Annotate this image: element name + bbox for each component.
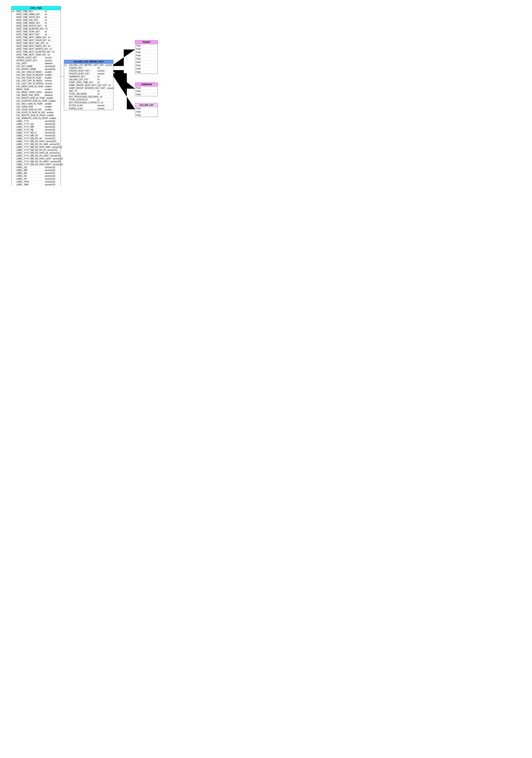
pk-indicator xyxy=(12,98,16,98)
placeholder-field: Field xyxy=(135,54,158,57)
field-name: NOT_PROCESSED_CONTACTS xyxy=(68,101,100,104)
pk-indicator: PK xyxy=(64,64,68,66)
pk-indicator xyxy=(12,34,16,35)
field-name: CAL_DATE xyxy=(16,62,44,65)
field-name: CAL_YEAR_NUM xyxy=(16,105,44,108)
table-row: LABEL_YYYY_MM_DD_HHvarchar(32) xyxy=(12,137,61,140)
table-row: DATE_TIME_NEXT_30MIN_KEYint xyxy=(12,36,61,39)
pk-indicator xyxy=(12,107,16,107)
field-type: int xyxy=(97,78,113,81)
pk-indicator xyxy=(12,130,16,130)
placeholder-field: Field xyxy=(135,114,158,117)
field-name: START_DATE_TIME_KEY xyxy=(68,81,97,84)
table-date-time: DATE_TIME PKDATE_TIME_KEYintDATE_TIME_30… xyxy=(11,6,61,186)
field-name: CAL_WEEK_NUM_IN_YEAR xyxy=(16,85,44,88)
field-name: DATE_TIME_DAY_KEY xyxy=(16,19,44,21)
pk-indicator xyxy=(12,17,16,17)
field-type: varchar(32) xyxy=(51,146,67,149)
pk-indicator xyxy=(12,92,16,92)
field-type: int xyxy=(44,30,61,33)
field-name: DATE_TIME_NEXT_30MIN_KEY xyxy=(16,36,48,39)
table-row: UPDATE_AUDIT_KEYnumeric xyxy=(64,72,113,75)
field-name: CAL_WEEK_START_DATE xyxy=(16,91,44,94)
field-name: LABEL_HH xyxy=(16,178,44,180)
field-type: smallint xyxy=(44,85,61,88)
field-name: DATE_TIME_KEY xyxy=(16,10,44,13)
field-name: DATE_TIME_YEAR_KEY xyxy=(16,30,44,33)
table-row: CAL_WEEK_NUM_IN_YEARsmallint xyxy=(12,85,61,88)
field-name: LABEL_30MI xyxy=(16,183,44,186)
pk-indicator xyxy=(64,91,68,91)
field-name: LABEL_YYYY_MM_DD_HH_MI xyxy=(16,149,46,151)
field-name: CREATE_AUDIT_KEY xyxy=(16,56,44,59)
field-type: varchar(32) xyxy=(45,140,62,143)
table-calling-list-header: CALLING LIST xyxy=(135,103,158,107)
table-row: LABEL_YYYYvarchar(32) xyxy=(12,120,61,123)
table-row: WEEK_YEARsmallint xyxy=(12,88,61,91)
placeholder-field: Field xyxy=(135,93,158,96)
table-row: CAL_WEEK_END_DATEdatetime xyxy=(12,94,61,97)
field-type: numeric xyxy=(97,104,113,107)
table-row: DATE_TIME_NEXT_DAY_KEYint xyxy=(12,42,61,45)
field-name: LABEL_YYYY_MM_DD_HH24_MI xyxy=(16,152,49,154)
pk-indicator xyxy=(64,74,68,74)
table-row: LABEL_YYYY_MM_DD_HH24_30INTvarchar(32) xyxy=(12,163,61,166)
pk-indicator xyxy=(12,164,16,165)
field-name: LABEL_YYYY_MM_DD_HH_30INT xyxy=(16,160,50,163)
field-name: LABEL_YYYY_QQ xyxy=(16,123,44,125)
pk-indicator xyxy=(12,95,16,95)
field-name: CAL_HOUR_24_NUM_IN_DAY xyxy=(16,111,46,114)
field-name: LABEL_YYYY_MM_DD_HH24 xyxy=(16,140,45,143)
field-name: CAL_HALF_NUM_IN_YEAR xyxy=(16,102,44,105)
field-name: CAL_DAY_NUM_IN_YEAR xyxy=(16,77,44,79)
table-row: LABEL_30MIvarchar(32) xyxy=(12,183,61,186)
field-type: int xyxy=(97,75,113,78)
field-type: varchar(32) xyxy=(50,155,66,157)
field-type: datetime xyxy=(44,94,61,96)
field-type: varchar(32) xyxy=(44,178,61,180)
pk-indicator xyxy=(12,86,16,87)
field-name: LABEL_YYYY_MM_DD_HH24_30INT xyxy=(16,163,52,166)
field-name: DATE_TIME_30MIN_KEY xyxy=(16,13,44,16)
field-name: CALLING_LIST_KEY xyxy=(68,78,97,81)
field-type: varchar(32) xyxy=(44,134,61,137)
field-type: numeric xyxy=(44,82,61,85)
table-row: DATE_TIME_MONTH_KEYint xyxy=(12,24,61,27)
field-name: LABEL_YYYY_MM_DD xyxy=(16,134,44,137)
field-type: smallint xyxy=(46,111,62,114)
field-type: numeric xyxy=(106,87,123,89)
table-fact-body: PKCALLING_LIST_METRIC_FACT_KEYnumericTEN… xyxy=(64,64,113,110)
field-name: TENANT_KEY xyxy=(68,67,97,69)
pk-indicator xyxy=(12,118,16,119)
table-row: LABEL_YYYY_MM_DD_HH24_15INTvarchar(32) xyxy=(12,157,61,160)
field-type: smallint xyxy=(45,97,62,99)
table-date-time-body: PKDATE_TIME_KEYintDATE_TIME_30MIN_KEYint… xyxy=(12,10,61,186)
placeholder-field: Field xyxy=(135,71,158,74)
table-row: CAL_DAY_NUM_IN_YEARsmallint xyxy=(12,77,61,79)
table-calling-list-metric-fact: CALLING_LIST_METRIC_FACT PKCALLING_LIST_… xyxy=(64,60,113,110)
table-campaign-body: FieldFieldField xyxy=(135,86,158,96)
field-name: LABEL_MM xyxy=(16,169,44,172)
field-type: numeric xyxy=(97,69,113,72)
pk-indicator xyxy=(12,179,16,179)
field-name: TOTAL_RECORDS xyxy=(68,92,97,95)
field-type: numeric xyxy=(105,64,121,66)
table-row: DATE_TIME_NEXT_WEEK_KEYint xyxy=(12,45,61,48)
pk-indicator xyxy=(12,23,16,23)
field-type: varchar(32) xyxy=(44,128,61,131)
pk-indicator xyxy=(12,20,16,20)
pk-indicator xyxy=(12,43,16,44)
table-row: LABEL_YYYY_MM_DD_HH_30MIvarchar(32) xyxy=(12,143,61,146)
field-type: int xyxy=(48,36,64,39)
table-row: DATE_TIME_WEEK_KEYint xyxy=(12,22,61,24)
field-name: CAL_DAY_NUM_IN_MONTH xyxy=(16,74,44,76)
table-row: DATE_TIME_NEXT_KEYint xyxy=(12,33,61,36)
field-type: int xyxy=(47,53,63,56)
table-calling-list: CALLING LIST FieldFieldField xyxy=(135,103,158,117)
table-row: PKDATE_TIME_KEYint xyxy=(12,10,61,13)
table-row: LABEL_YYYY_MM_DD_HH_MIvarchar(32) xyxy=(12,149,61,152)
table-row: CAL_HALF_NUM_IN_YEARsmallint xyxy=(12,102,61,105)
table-row: DATE_TIME_NEXT_HOUR_KEYint xyxy=(12,39,61,42)
table-row: CAL_MONTH_NAMEvarchar(32) xyxy=(12,68,61,71)
field-name: LABEL_YYYY_WE_D xyxy=(16,131,44,134)
